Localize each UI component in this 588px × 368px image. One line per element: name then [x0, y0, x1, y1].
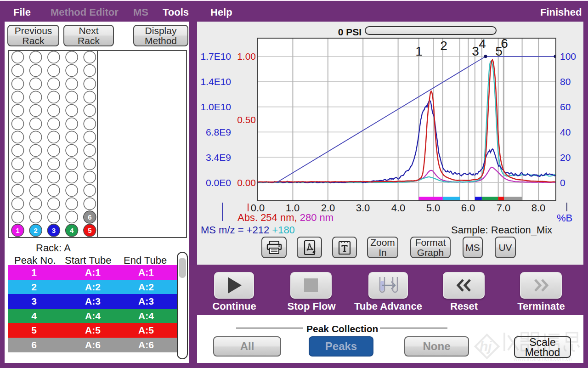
svg-text:4: 4	[70, 226, 74, 234]
svg-text:3: 3	[52, 226, 56, 234]
svg-text:5: 5	[88, 226, 91, 234]
svg-text:6: 6	[88, 213, 91, 221]
svg-text:hj: hj	[480, 339, 492, 354]
svg-text:www.instrument.com.cn: www.instrument.com.cn	[513, 356, 572, 362]
svg-text:1: 1	[16, 226, 19, 234]
svg-text:2: 2	[34, 226, 38, 234]
